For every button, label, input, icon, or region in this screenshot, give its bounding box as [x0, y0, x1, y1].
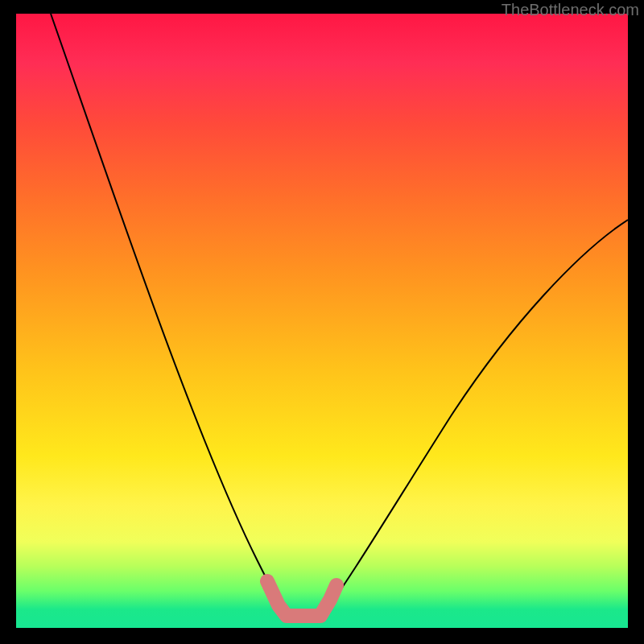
- curves-svg: [16, 14, 628, 628]
- right-curve: [322, 220, 628, 616]
- optimal-region-marker: [267, 581, 336, 616]
- left-curve: [51, 14, 285, 613]
- watermark-text: TheBottleneck.com: [502, 1, 639, 19]
- plot-area: [16, 14, 628, 628]
- chart-frame: TheBottleneck.com: [0, 0, 644, 644]
